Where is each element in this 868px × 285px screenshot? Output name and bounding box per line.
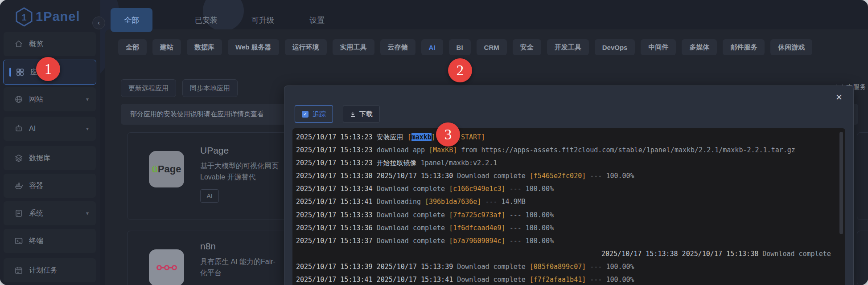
log-segment: Download complete [377, 224, 449, 232]
category-chip-休闲游戏[interactable]: 休闲游戏 [770, 39, 812, 55]
log-segment: --- 100.00% [586, 263, 634, 271]
tab-已安装[interactable]: 已安装 [181, 8, 231, 32]
category-chip-AI[interactable]: AI [421, 39, 443, 55]
close-icon[interactable]: ✕ [835, 93, 843, 102]
sidebar-item-网站[interactable]: 网站▾ [4, 87, 96, 111]
category-bar: 全部建站数据库Web 服务器运行环境实用工具云存储AIBICRM安全开发工具De… [118, 39, 812, 55]
sidebar-item-容器[interactable]: 容器 [4, 174, 96, 198]
category-chip-DevOps[interactable]: DevOps [595, 39, 635, 55]
calendar-icon [14, 266, 23, 275]
category-chip-云存储[interactable]: 云存储 [380, 39, 415, 55]
log-segment: Download complete [457, 263, 530, 271]
sidebar-item-数据库[interactable]: 数据库 [4, 146, 96, 170]
highlighted-token: maxkb [411, 133, 432, 141]
app-desc-line2: Lovable 开源替代 [200, 171, 256, 183]
category-chip-数据库[interactable]: 数据库 [187, 39, 222, 55]
category-chip-CRM[interactable]: CRM [477, 39, 507, 55]
category-chip-建站[interactable]: 建站 [152, 39, 181, 55]
tab-可升级[interactable]: 可升级 [238, 8, 288, 32]
annotation-badge-3: 3 [436, 122, 460, 147]
download-log-button[interactable]: 下载 [343, 105, 380, 123]
tab-全部[interactable]: 全部 [111, 8, 152, 32]
log-line: 2025/10/17 15:13:33 Download complete [7… [296, 209, 842, 222]
install-log-dialog: ✕ ✓ 追踪 下载 2025/10/17 15:13:23 安装应用 [maxk… [284, 86, 854, 285]
install-log-terminal[interactable]: 2025/10/17 15:13:23 安装应用 [maxkb] 开始 [STA… [292, 128, 845, 285]
checkbox-checked-icon[interactable]: ✓ [302, 111, 309, 118]
category-chip-安全[interactable]: 安全 [513, 39, 541, 55]
log-segment: 2025/10/17 15:13:34 [296, 185, 377, 193]
alert-text: 部分应用的安装使用说明请在应用详情页查看 [130, 110, 264, 118]
download-label: 下载 [359, 110, 373, 118]
log-segment: Download complete [377, 237, 449, 245]
upage-app-icon: üPage [149, 151, 184, 187]
log-segment: --- 100.00% [506, 185, 554, 193]
log-segment: 2025/10/17 15:13:39 2025/10/17 15:13:39 [296, 263, 457, 271]
annotation-badge-1: 1 [36, 57, 60, 81]
terminal-scrollbar-thumb[interactable] [839, 132, 843, 234]
log-line: 2025/10/17 15:13:38 2025/10/17 15:13:38 … [296, 248, 842, 261]
category-chip-多媒体[interactable]: 多媒体 [682, 39, 717, 55]
category-chip-中间件[interactable]: 中间件 [641, 39, 676, 55]
log-segment: 2025/10/17 15:13:23 [296, 146, 377, 154]
brand-name: 1Panel [36, 9, 80, 24]
sidebar-item-终端[interactable]: 终端 [4, 229, 96, 253]
sidebar-item-AI[interactable]: AI▾ [4, 117, 96, 141]
log-line: 2025/10/17 15:13:36 Download complete [1… [296, 222, 842, 235]
app-window: 1 1Panel 概览应用商店网站▾AI▾数据库容器系统▾终端计划任务 ‹ 全部… [0, 0, 868, 285]
log-segment: ] [432, 133, 436, 141]
log-segment: [START] [457, 133, 485, 141]
category-chip-开发工具[interactable]: 开发工具 [547, 39, 589, 55]
log-segment: download app [377, 146, 429, 154]
active-accent-bar [9, 68, 11, 77]
log-line: 2025/10/17 15:13:30 2025/10/17 15:13:30 … [296, 170, 842, 183]
sidebar-item-计划任务[interactable]: 计划任务 [4, 258, 96, 282]
log-segment: 2025/10/17 15:13:36 [296, 224, 377, 232]
sidebar-item-系统[interactable]: 系统▾ [4, 201, 96, 225]
category-chip-实用工具[interactable]: 实用工具 [333, 39, 374, 55]
grid-icon [16, 68, 25, 77]
chevron-down-icon: ▾ [86, 96, 89, 102]
log-segment: 2025/10/17 15:13:41 [296, 198, 377, 206]
log-segment: --- 100.00% [586, 276, 634, 284]
robot-icon [14, 124, 23, 133]
log-segment: Download complete [762, 250, 831, 258]
log-line: 2025/10/17 15:13:34 Download complete [c… [296, 183, 842, 195]
log-line: 2025/10/17 15:13:23 安装应用 [maxkb] 开始 [STA… [296, 131, 842, 144]
update-remote-apps-button[interactable]: 更新远程应用 [121, 79, 176, 97]
app-desc-line1: 基于大模型的可视化网页 [200, 160, 279, 171]
category-chip-Web 服务器[interactable]: Web 服务器 [228, 39, 279, 55]
log-segment: [ [407, 133, 411, 141]
log-line: 2025/10/17 15:13:37 Download complete [b… [296, 235, 842, 248]
log-segment: [396b1da7636e] [425, 198, 481, 206]
sidebar-item-label: 终端 [29, 236, 43, 246]
trace-toggle-button[interactable]: ✓ 追踪 [295, 105, 333, 123]
log-line: 2025/10/17 15:13:39 2025/10/17 15:13:39 … [296, 261, 842, 273]
sync-local-apps-button[interactable]: 同步本地应用 [182, 79, 238, 97]
tab-设置[interactable]: 设置 [296, 8, 338, 32]
log-segment: [c166c949e1c3] [449, 185, 505, 193]
log-segment: [f5465e2fc020] [530, 172, 586, 180]
svg-text:1: 1 [21, 12, 26, 22]
app-desc-line2: 化平台 [200, 267, 222, 278]
download-icon [350, 111, 356, 117]
sidebar-item-label: 网站 [29, 95, 43, 104]
layers-icon [14, 154, 23, 163]
annotation-badge-2: 2 [448, 58, 472, 82]
log-segment: --- 100.00% [506, 224, 554, 232]
app-card-clipped-right [857, 132, 868, 220]
sidebar: 1 1Panel 概览应用商店网站▾AI▾数据库容器系统▾终端计划任务 [0, 0, 100, 285]
log-segment: [b7a79609094c] [449, 237, 505, 245]
n8n-app-icon [149, 249, 184, 285]
category-chip-运行环境[interactable]: 运行环境 [285, 39, 327, 55]
log-line: 2025/10/17 15:13:23 开始拉取镜像 1panel/maxkb:… [296, 157, 842, 170]
category-chip-邮件服务[interactable]: 邮件服务 [723, 39, 765, 55]
sidebar-item-概览[interactable]: 概览 [4, 32, 96, 56]
sidebar-item-label: 系统 [29, 209, 43, 218]
log-segment: Downloading [377, 198, 425, 206]
log-line: 2025/10/17 15:13:23 download app [MaxKB]… [296, 144, 842, 157]
sidebar-collapse-button[interactable]: ‹ [92, 16, 105, 29]
category-chip-全部[interactable]: 全部 [118, 39, 147, 55]
log-segment: --- 100.00% [586, 172, 634, 180]
category-chip-BI[interactable]: BI [449, 39, 471, 55]
log-segment: 2025/10/17 15:13:37 [296, 237, 377, 245]
